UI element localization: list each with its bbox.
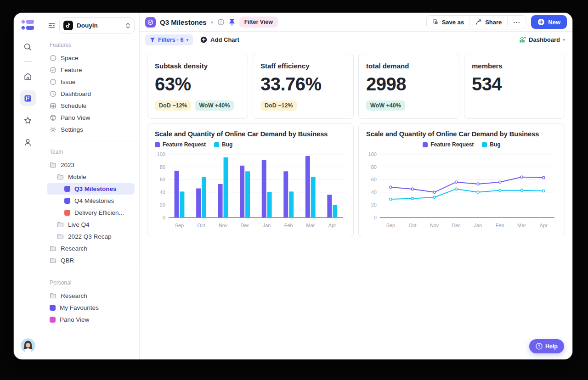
svg-text:20: 20 <box>160 202 165 207</box>
sidebar-item-delivery-efficien[interactable]: Delivery Efficien... <box>47 207 135 218</box>
sidebar-item-2022-q3-recap[interactable]: 2022 Q3 Recap <box>47 231 135 242</box>
folder-icon <box>57 221 64 228</box>
title-caret-icon[interactable]: ▾ <box>211 20 213 25</box>
star-icon[interactable] <box>20 112 36 128</box>
sidebar-item-label: Mobile <box>68 173 86 180</box>
filters-dropdown[interactable]: Filters · 6 ▾ <box>145 34 193 45</box>
svg-text:20: 20 <box>371 202 377 207</box>
tiktok-logo-icon <box>63 21 73 30</box>
alert-icon <box>50 78 57 85</box>
sidebar-item-label: Pano View <box>60 316 89 323</box>
avatar[interactable] <box>21 338 35 353</box>
folder-icon <box>50 257 57 264</box>
line-chart-card: Scale and Quantity of Online Car Demand … <box>358 123 565 237</box>
sidebar-item-my-favourites[interactable]: My Favourites <box>47 302 135 313</box>
sidebar-item-issue[interactable]: Issue <box>47 76 135 88</box>
bar-chart-card: Scale and Quantity of Online Car Demand … <box>147 123 354 237</box>
sidebar-item-schedule[interactable]: Schedule <box>47 100 135 112</box>
sidebar-item-label: Issue <box>61 78 75 85</box>
calendar-icon <box>50 102 57 109</box>
svg-text:60: 60 <box>371 177 377 182</box>
user-icon[interactable] <box>20 134 36 150</box>
save-as-button[interactable]: Save as <box>427 16 469 29</box>
collapse-sidebar-icon[interactable] <box>48 22 56 29</box>
share-button[interactable]: Share <box>470 16 507 29</box>
svg-text:Mar: Mar <box>306 223 315 228</box>
svg-text:Feb: Feb <box>496 223 504 228</box>
legend-item-feature-request: Feature Request <box>155 141 206 148</box>
section-label-features: Features <box>42 35 139 52</box>
stat-badge: WoW +40% <box>366 101 405 111</box>
main-area: Q3 Milestones ▾ Filter View Save as <box>140 13 572 359</box>
svg-text:Mar: Mar <box>517 223 526 228</box>
question-icon <box>536 343 543 350</box>
sidebar-item-mobile[interactable]: Mobile <box>47 171 135 183</box>
stat-badge: WoW +40% <box>195 101 234 111</box>
svg-text:Oct: Oct <box>198 223 205 228</box>
folder-icon <box>50 245 57 252</box>
sidebar-item-pano-view[interactable]: Pano View <box>47 314 135 325</box>
info-icon[interactable] <box>217 18 225 26</box>
more-button[interactable]: ··· <box>508 16 526 29</box>
stat-card-total-demand: total demand2998WoW +40% <box>358 54 459 119</box>
sidebar-item-dashboard[interactable]: Dashboard <box>47 88 135 100</box>
stat-card-staff-efficiency: Staff efficiency33.76%DoD −12% <box>253 54 354 119</box>
sidebar-item-label: Dashboard <box>61 90 91 97</box>
folder-icon <box>57 233 64 240</box>
sidebar-item-label: My Favourites <box>60 304 99 311</box>
page-icon[interactable] <box>145 17 156 28</box>
bar-chart: 020406080100SepOctNovDecJanFebMarApr <box>155 149 346 230</box>
folder-icon <box>50 292 57 299</box>
sidebar-item-q4-milestones[interactable]: Q4 Milestones <box>47 195 135 207</box>
icon-rail <box>14 13 42 359</box>
sidebar-item-label: QBR <box>61 257 74 264</box>
legend-item-bug: Bug <box>482 141 500 148</box>
board-color-icon <box>50 305 56 311</box>
chart-legend: Feature RequestBug <box>366 141 557 148</box>
sidebar-item-research[interactable]: Research <box>47 243 135 254</box>
updown-chevron-icon <box>125 22 130 29</box>
sidebar-separator <box>42 272 139 272</box>
topbar-button-group: Save as Share ··· <box>426 15 527 29</box>
sidebar-item-2023[interactable]: 2023 <box>47 159 135 171</box>
svg-text:60: 60 <box>160 177 165 182</box>
clock-icon <box>50 90 57 97</box>
app-logo-icon[interactable] <box>22 20 34 30</box>
stat-title: total demand <box>366 62 452 70</box>
svg-text:80: 80 <box>160 164 165 170</box>
board-color-icon <box>64 198 70 204</box>
sidebar-item-label: Research <box>61 245 87 252</box>
sidebar-item-settings[interactable]: Settings <box>47 124 135 135</box>
copy-icon <box>432 19 439 25</box>
dashboard-green-icon <box>519 36 526 43</box>
help-button[interactable]: Help <box>529 339 564 353</box>
sidebar-item-space[interactable]: Space <box>47 52 135 64</box>
home-icon[interactable] <box>20 68 36 84</box>
search-icon[interactable] <box>20 39 36 55</box>
pin-icon[interactable] <box>229 19 235 26</box>
sidebar-item-pano-view[interactable]: Pano View <box>47 112 135 123</box>
add-chart-button[interactable]: Add Chart <box>200 36 239 43</box>
sidebar-item-label: Q4 Milestones <box>74 197 114 204</box>
dashboard-rail-icon[interactable] <box>20 90 36 106</box>
stat-title: members <box>472 62 557 70</box>
section-label-personal: Personal <box>42 273 139 290</box>
view-mode-selector[interactable]: Dashboard ▾ <box>519 36 565 43</box>
chart-title: Scale and Quantity of Online Car Demand … <box>366 130 557 138</box>
sidebar-item-live-q4[interactable]: Live Q4 <box>47 219 135 230</box>
gear-icon <box>50 126 57 133</box>
workspace-selector[interactable]: Douyin <box>59 17 135 34</box>
svg-text:Apr: Apr <box>540 223 548 228</box>
sidebar-item-research[interactable]: Research <box>47 290 135 302</box>
sidebar-item-feature[interactable]: Feature <box>47 64 135 76</box>
sidebar-item-q3-milestones[interactable]: Q3 Milestones <box>47 183 135 195</box>
sidebar-item-qbr[interactable]: QBR <box>47 255 135 266</box>
filter-view-badge[interactable]: Filter View <box>239 17 278 28</box>
chart-title: Scale and Quantity of Online Car Demand … <box>155 130 346 138</box>
svg-text:Dec: Dec <box>452 223 461 228</box>
info-icon <box>50 55 57 61</box>
new-button[interactable]: New <box>531 15 567 29</box>
page-title: Q3 Milestones <box>160 18 207 26</box>
app-window: Douyin FeaturesSpaceFeatureIssueDashboar… <box>14 13 572 359</box>
sidebar: Douyin FeaturesSpaceFeatureIssueDashboar… <box>42 13 140 359</box>
